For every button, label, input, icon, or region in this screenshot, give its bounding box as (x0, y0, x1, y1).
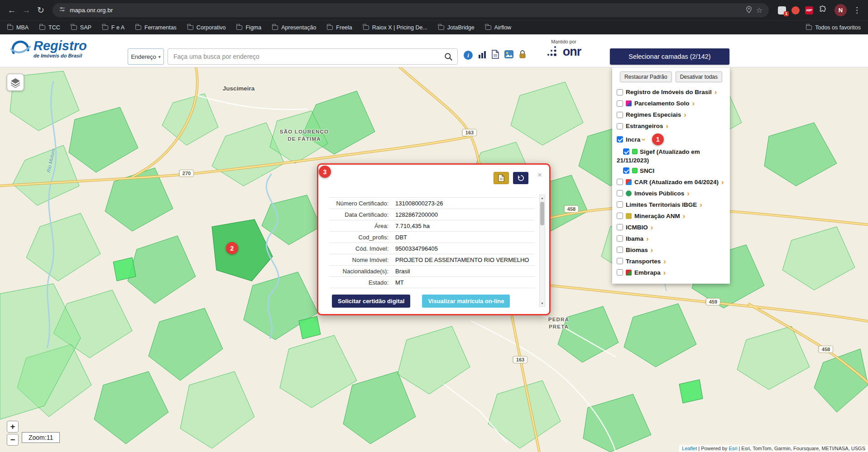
table-row: Estado:MT (329, 277, 535, 288)
layer-item-incra[interactable]: Incra › 1 (617, 132, 725, 147)
checkbox-unchecked[interactable] (617, 112, 623, 118)
stats-icon[interactable] (478, 51, 486, 60)
restore-default-button[interactable]: Restaurar Padrão (620, 71, 672, 82)
layer-item-biomas[interactable]: Biomas › (617, 244, 725, 256)
bookmark-folder[interactable]: JotaBridge (438, 24, 475, 31)
layer-item-regimes-especiais[interactable]: Regimes Especiais › (617, 109, 725, 120)
bookmark-folder[interactable]: Corporativo (187, 24, 226, 31)
layer-item-ibama[interactable]: Ibama › (617, 233, 725, 244)
leaflet-link[interactable]: Leaflet (682, 446, 697, 451)
bookmark-folder[interactable]: Raiox X | Pricing De... (363, 24, 427, 31)
checkbox-unchecked[interactable] (617, 213, 623, 219)
disable-all-button[interactable]: Desativar todas (676, 71, 722, 82)
zoom-out-button[interactable]: − (7, 434, 19, 446)
chevron-right-icon[interactable]: › (666, 122, 669, 130)
zoom-in-button[interactable]: + (7, 421, 19, 433)
chevron-right-icon[interactable]: › (715, 88, 717, 96)
bookmark-folder[interactable]: Ferramentas (135, 24, 177, 31)
checkbox-unchecked[interactable] (617, 123, 623, 129)
checkbox-unchecked[interactable] (617, 89, 623, 95)
scrollbar-track[interactable] (540, 201, 545, 300)
puzzle-icon[interactable] (819, 5, 826, 15)
scrollbar-thumb[interactable] (540, 202, 544, 225)
site-settings-icon[interactable] (59, 6, 66, 14)
chevron-right-icon[interactable]: › (700, 201, 702, 209)
checkbox-unchecked[interactable] (617, 201, 623, 208)
all-favorites[interactable]: Todos os favoritos (806, 24, 861, 31)
layer-item-transportes[interactable]: Transportes › (617, 256, 725, 267)
document-icon[interactable] (492, 50, 499, 61)
checkbox-unchecked[interactable] (617, 258, 623, 264)
esri-link[interactable]: Esri (729, 446, 737, 451)
history-button[interactable] (513, 172, 528, 184)
checkbox-checked[interactable] (623, 148, 629, 155)
reload-button[interactable]: ↻ (34, 3, 48, 18)
bookmark-folder[interactable]: Airflow (485, 24, 512, 31)
checkbox-unchecked[interactable] (617, 247, 623, 253)
search-input[interactable] (168, 53, 439, 60)
scroll-down-icon[interactable]: ▼ (541, 300, 544, 306)
chevron-right-icon[interactable]: › (684, 111, 686, 119)
profile-avatar[interactable]: N (834, 4, 847, 16)
checkbox-checked[interactable] (617, 136, 623, 143)
map-layers-widget[interactable] (7, 74, 24, 91)
chevron-right-icon[interactable]: › (683, 212, 686, 220)
popup-scrollbar[interactable]: ▲ ▼ (539, 195, 545, 307)
layer-item-parcelamento-solo[interactable]: Parcelamento Solo › (617, 98, 725, 109)
chevron-right-icon[interactable]: › (663, 257, 666, 265)
image-icon[interactable] (504, 50, 513, 60)
layer-subitem-sigef[interactable]: Sigef (Atualizado em 21/11/2023) (617, 147, 725, 166)
layer-item-limites-ibge[interactable]: Limites Territoriais IBGE › (617, 199, 725, 210)
extension-icon-abp[interactable]: ABP (805, 6, 813, 14)
export-pdf-button[interactable] (494, 172, 509, 184)
search-type-dropdown[interactable]: Endereço ▾ (128, 48, 164, 65)
chevron-right-icon[interactable]: › (646, 235, 649, 243)
map[interactable]: Juscimeira SÃO LOURENÇO DE FÁTIMA PEDRA … (0, 67, 868, 452)
layer-item-car[interactable]: CAR (Atualizado em 04/2024) › (617, 176, 725, 188)
bookmark-star-icon[interactable]: ☆ (756, 6, 762, 14)
layer-subitem-snci[interactable]: SNCI (617, 166, 725, 176)
search-button[interactable] (439, 49, 457, 64)
bookmark-folder[interactable]: SAP (71, 24, 91, 31)
location-pin-icon[interactable] (746, 6, 752, 15)
address-bar[interactable]: mapa.onr.org.br ☆ (53, 3, 769, 17)
close-icon[interactable]: × (537, 171, 542, 179)
chevron-right-icon[interactable]: › (651, 246, 653, 254)
bookmark-folder[interactable]: Apresentação (272, 24, 316, 31)
checkbox-unchecked[interactable] (617, 235, 623, 242)
layer-item-imoveis-publicos[interactable]: Imóveis Públicos › (617, 188, 725, 199)
layer-item-icmbio[interactable]: ICMBIO › (617, 222, 725, 233)
browser-menu-icon[interactable]: ⋮ (853, 5, 861, 15)
select-layers-button[interactable]: Selecionar camadas (2/142) (610, 48, 729, 65)
checkbox-unchecked[interactable] (617, 269, 623, 276)
bookmark-folder[interactable]: MBA (7, 24, 29, 31)
checkbox-unchecked[interactable] (617, 224, 623, 230)
layer-item-estrangeiros[interactable]: Estrangeiros › (617, 120, 725, 132)
layer-item-embrapa[interactable]: Embrapa › (617, 267, 725, 278)
bookmark-folder[interactable]: TCC (39, 24, 60, 31)
forward-button[interactable]: → (19, 3, 34, 18)
info-icon[interactable]: i (464, 51, 473, 60)
chevron-right-icon[interactable]: › (692, 100, 695, 107)
chevron-right-icon[interactable]: › (721, 178, 724, 186)
checkbox-unchecked[interactable] (617, 100, 623, 107)
chevron-right-icon[interactable]: › (651, 224, 653, 231)
request-certificate-button[interactable]: Solicitar certidão digital (332, 295, 410, 308)
chevron-right-icon[interactable]: › (663, 269, 666, 276)
bookmark-folder[interactable]: Freela (327, 24, 352, 31)
lock-icon[interactable] (519, 50, 526, 61)
layer-item-registro-imoveis[interactable]: Registro de Imóveis do Brasil › (617, 86, 725, 98)
layer-item-mineracao-anm[interactable]: Mineração ANM › (617, 210, 725, 222)
checkbox-checked[interactable] (623, 167, 629, 174)
checkbox-unchecked[interactable] (617, 190, 623, 196)
view-registration-button[interactable]: Visualizar matrícula on-line (422, 295, 510, 308)
extension-icon-1[interactable]: 1 (778, 6, 786, 14)
chevron-right-icon[interactable]: › (687, 190, 690, 197)
back-button[interactable]: ← (5, 3, 19, 18)
scroll-up-icon[interactable]: ▲ (541, 195, 544, 201)
extension-icon-2[interactable] (791, 6, 800, 14)
chevron-down-icon[interactable]: › (641, 138, 648, 141)
bookmark-folder[interactable]: F e A (102, 24, 125, 31)
bookmark-folder[interactable]: Figma (236, 24, 261, 31)
checkbox-unchecked[interactable] (617, 179, 623, 185)
